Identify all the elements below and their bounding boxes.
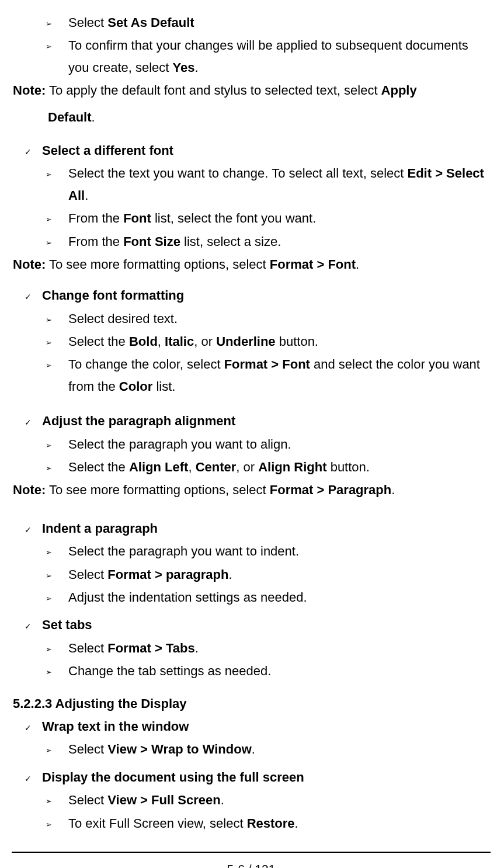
list-item: ➢ Select the Bold, Italic, or Underline … (46, 331, 491, 352)
heading-item: ✓ Adjust the paragraph alignment (25, 410, 491, 432)
list-text: Select the paragraph you want to indent. (68, 540, 491, 562)
list-item: ➢ Adjust the indentation settings as nee… (46, 586, 491, 608)
list-item: ➢ Select Format > paragraph. (46, 564, 491, 585)
list-item: ➢ Select Set As Default (46, 12, 491, 33)
heading-item: ✓ Select a different font (25, 140, 491, 161)
arrow-icon: ➢ (46, 592, 52, 608)
heading-text: Change font formatting (42, 284, 491, 306)
check-icon: ✓ (25, 772, 32, 788)
list-text: Select the Align Left, Center, or Align … (68, 456, 491, 478)
heading-item: ✓ Wrap text in the window (25, 716, 491, 737)
list-item: ➢ Select the paragraph you want to inden… (46, 540, 491, 562)
list-item: ➢ Select the paragraph you want to align… (46, 433, 491, 455)
list-text: Select View > Wrap to Window. (68, 738, 491, 760)
list-item: ➢ From the Font Size list, select a size… (46, 231, 491, 252)
list-text: Select the text you want to change. To s… (68, 162, 491, 206)
list-text: Select the paragraph you want to align. (68, 433, 491, 455)
divider (12, 852, 491, 853)
arrow-icon: ➢ (46, 336, 52, 352)
check-icon: ✓ (25, 523, 32, 539)
list-item: ➢ Select the Align Left, Center, or Alig… (46, 456, 491, 478)
arrow-icon: ➢ (46, 314, 52, 329)
arrow-icon: ➢ (46, 18, 52, 33)
heading-text: Select a different font (42, 140, 491, 161)
list-text: Select View > Full Screen. (68, 789, 491, 811)
arrow-icon: ➢ (46, 237, 52, 252)
list-item: ➢ Select the text you want to change. To… (46, 162, 491, 206)
note-text: Note: To see more formatting options, se… (13, 254, 491, 275)
arrow-icon: ➢ (46, 643, 52, 659)
heading-text: Set tabs (42, 614, 491, 636)
list-item: ➢ Select View > Wrap to Window. (46, 738, 491, 760)
list-item: ➢ Select View > Full Screen. (46, 789, 491, 811)
check-icon: ✓ (25, 290, 32, 306)
heading-item: ✓ Change font formatting (25, 284, 491, 306)
arrow-icon: ➢ (46, 168, 52, 206)
list-item: ➢ To change the color, select Format > F… (46, 353, 491, 397)
list-text: From the Font Size list, select a size. (68, 231, 491, 252)
heading-text: Adjust the paragraph alignment (42, 410, 491, 432)
list-item: ➢ From the Font list, select the font yo… (46, 207, 491, 229)
arrow-icon: ➢ (46, 359, 52, 397)
arrow-icon: ➢ (46, 666, 52, 682)
arrow-icon: ➢ (46, 744, 52, 760)
list-text: To confirm that your changes will be app… (68, 34, 491, 78)
heading-text: Display the document using the full scre… (42, 766, 491, 788)
arrow-icon: ➢ (46, 570, 52, 585)
list-text: Select desired text. (68, 308, 491, 329)
page-number: 5-6 / 121 (12, 859, 491, 868)
note-text: Note: To see more formatting options, se… (13, 479, 491, 501)
list-text: Select Set As Default (68, 12, 491, 33)
note-text-continue: Default. (48, 106, 491, 128)
list-item: ➢ Select desired text. (46, 308, 491, 329)
heading-text: Indent a paragraph (42, 518, 491, 539)
heading-item: ✓ Indent a paragraph (25, 518, 491, 539)
list-text: To change the color, select Format > Fon… (68, 353, 491, 397)
note-text: Note: To apply the default font and styl… (13, 79, 491, 101)
check-icon: ✓ (25, 416, 32, 432)
list-text: Adjust the indentation settings as neede… (68, 586, 491, 608)
arrow-icon: ➢ (46, 546, 52, 562)
arrow-icon: ➢ (46, 439, 52, 455)
list-text: Select the Bold, Italic, or Underline bu… (68, 331, 491, 352)
check-icon: ✓ (25, 620, 32, 636)
arrow-icon: ➢ (46, 213, 52, 229)
list-item: ➢ To confirm that your changes will be a… (46, 34, 491, 78)
arrow-icon: ➢ (46, 818, 52, 834)
heading-item: ✓ Display the document using the full sc… (25, 766, 491, 788)
check-icon: ✓ (25, 145, 32, 161)
list-text: Select Format > paragraph. (68, 564, 491, 585)
list-item: ➢ To exit Full Screen view, select Resto… (46, 813, 491, 834)
list-text: To exit Full Screen view, select Restore… (68, 813, 491, 834)
arrow-icon: ➢ (46, 795, 52, 811)
check-icon: ✓ (25, 721, 32, 737)
section-heading: 5.2.2.3 Adjusting the Display (13, 693, 491, 714)
list-item: ➢ Change the tab settings as needed. (46, 660, 491, 682)
list-text: From the Font list, select the font you … (68, 207, 491, 229)
heading-text: Wrap text in the window (42, 716, 491, 737)
arrow-icon: ➢ (46, 40, 52, 78)
list-text: Select Format > Tabs. (68, 637, 491, 659)
list-text: Change the tab settings as needed. (68, 660, 491, 682)
arrow-icon: ➢ (46, 462, 52, 478)
heading-item: ✓ Set tabs (25, 614, 491, 636)
list-item: ➢ Select Format > Tabs. (46, 637, 491, 659)
